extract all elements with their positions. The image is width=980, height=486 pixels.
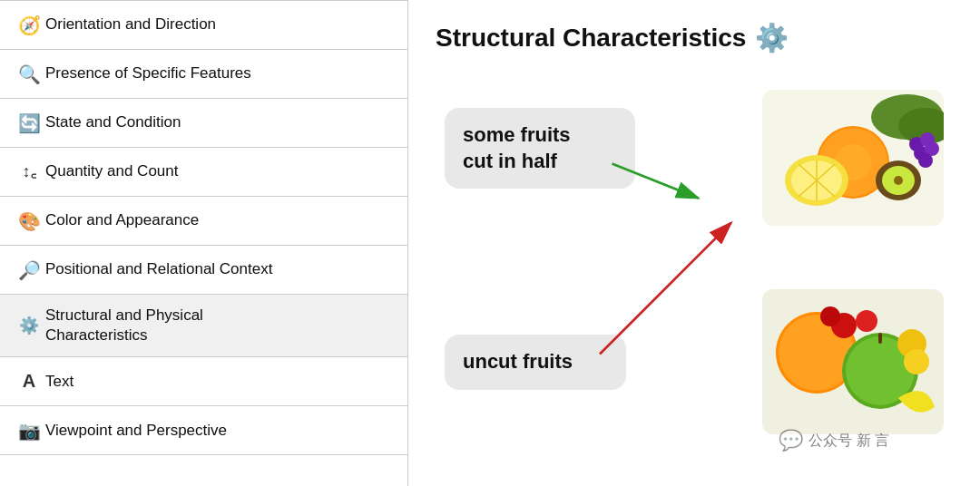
svg-line-33 bbox=[600, 223, 731, 355]
svg-point-13 bbox=[894, 176, 903, 185]
fruit-image-top bbox=[762, 90, 944, 226]
svg-point-29 bbox=[904, 349, 929, 374]
sidebar-item-presence[interactable]: 🔍 Presence of Specific Features bbox=[0, 50, 407, 99]
refresh-icon: 🔄 bbox=[13, 112, 45, 134]
search-icon: 🔍 bbox=[13, 63, 45, 85]
sidebar-item-text[interactable]: A Text bbox=[0, 357, 407, 406]
sidebar-label-positional: Positional and Relational Context bbox=[45, 259, 272, 279]
title-text: Structural Characteristics bbox=[436, 24, 746, 53]
sidebar-item-quantity[interactable]: ↕꜀ Quantity and Count bbox=[0, 148, 407, 197]
camera-icon: 📷 bbox=[13, 420, 45, 442]
sidebar-label-quantity: Quantity and Count bbox=[45, 161, 178, 181]
settings-icon: ⚙️ bbox=[755, 22, 789, 53]
text-icon: A bbox=[13, 371, 45, 392]
bubble-cut-fruits: some fruitscut in half bbox=[445, 108, 635, 189]
pin-icon: 🔎 bbox=[13, 259, 45, 281]
sidebar-item-state[interactable]: 🔄 State and Condition bbox=[0, 99, 407, 148]
bubble-uncut-fruits: uncut fruits bbox=[445, 335, 626, 390]
sidebar-label-color: Color and Appearance bbox=[45, 210, 199, 230]
sidebar-item-orientation[interactable]: 🧭 Orientation and Direction bbox=[0, 1, 407, 50]
sidebar: 🧭 Orientation and Direction 🔍 Presence o… bbox=[0, 0, 408, 486]
sidebar-item-positional[interactable]: 🔎 Positional and Relational Context bbox=[0, 246, 407, 295]
svg-point-27 bbox=[820, 306, 840, 326]
sidebar-label-viewpoint: Viewpoint and Perspective bbox=[45, 421, 227, 441]
svg-rect-24 bbox=[878, 333, 882, 344]
wechat-icon: 💬 bbox=[779, 429, 803, 452]
compass-icon: 🧭 bbox=[13, 15, 45, 36]
sidebar-label-state: State and Condition bbox=[45, 112, 181, 132]
page-title: Structural Characteristics ⚙️ bbox=[436, 22, 953, 53]
sort-icon: ↕꜀ bbox=[13, 162, 45, 181]
sidebar-item-viewpoint[interactable]: 📷 Viewpoint and Perspective bbox=[0, 406, 407, 455]
main-content: Structural Characteristics ⚙️ some fruit… bbox=[408, 0, 980, 486]
sidebar-label-text: Text bbox=[45, 372, 74, 392]
diagram-area: some fruitscut in half uncut fruits bbox=[436, 81, 953, 480]
gear-icon: ⚙️ bbox=[13, 316, 45, 335]
sidebar-label-orientation: Orientation and Direction bbox=[45, 15, 216, 34]
svg-point-18 bbox=[918, 153, 933, 168]
watermark: 💬 公众号 新 言 bbox=[779, 429, 889, 452]
palette-icon: 🎨 bbox=[13, 210, 45, 232]
sidebar-label-presence: Presence of Specific Features bbox=[45, 63, 251, 83]
sidebar-item-color[interactable]: 🎨 Color and Appearance bbox=[0, 197, 407, 246]
watermark-text: 公众号 新 言 bbox=[808, 432, 889, 451]
sidebar-label-structural: Structural and PhysicalCharacteristics bbox=[45, 306, 203, 345]
svg-point-26 bbox=[856, 310, 877, 332]
sidebar-item-structural[interactable]: ⚙️ Structural and PhysicalCharacteristic… bbox=[0, 295, 407, 357]
fruit-image-bottom bbox=[762, 289, 944, 434]
